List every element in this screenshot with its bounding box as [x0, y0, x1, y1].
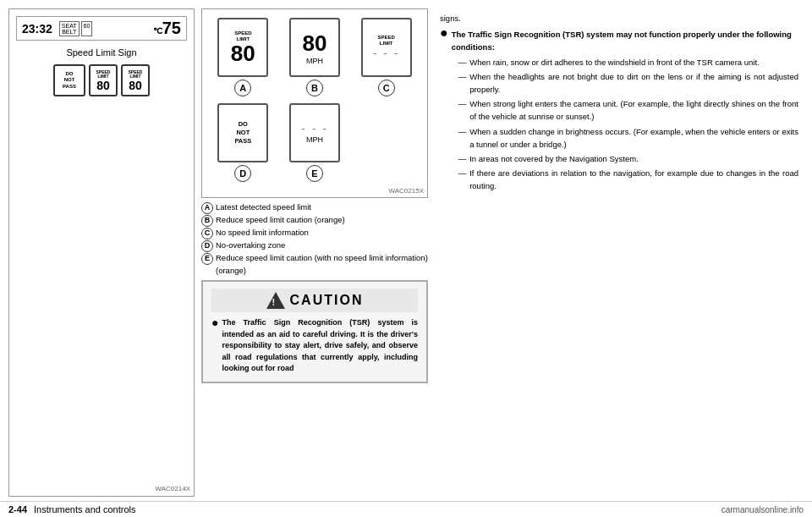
footer-url: carmanualsonline.info: [721, 505, 804, 514]
seat-belt-badge: SEAT BELT: [59, 21, 80, 36]
label-b: B: [306, 80, 323, 96]
middle-panel: SPEEDLIMIT 80 A 80 MPH B SPEEDLIMI: [201, 8, 428, 497]
tsr-main-text: The Traffic Sign Recognition (TSR) syste…: [452, 30, 792, 52]
caution-header: CAUTION: [211, 289, 418, 312]
label-e: E: [306, 165, 323, 182]
sign-d: DONOTPASS: [217, 103, 268, 162]
legend-section: A Latest detected speed limit B Reduce s…: [201, 201, 428, 277]
bullet-dot-icon: ●: [440, 26, 448, 194]
footer-section: Instruments and controls: [34, 504, 135, 514]
watermark-left: WAC0214X: [156, 485, 191, 492]
do-not-pass-sign-left: DONOTPASS: [53, 64, 85, 96]
footer: 2-44 Instruments and controls carmanuals…: [0, 501, 812, 517]
speed-limit-sign-80b: SPEEDLIMIT 80: [121, 64, 150, 96]
watermark-mid: WAC0215X: [389, 187, 425, 195]
right-panel: signs. ● The Traffic Sign Recognition (T…: [435, 8, 804, 497]
caution-bullet-text: The Traffic Sign Recognition (TSR) syste…: [222, 317, 418, 375]
sign-c: SPEEDLIMIT - - -: [361, 18, 412, 77]
diagram-item-b: 80 MPH B: [283, 18, 348, 96]
clock-bar: 23:32 SEAT BELT 60 ℃75: [16, 16, 187, 41]
sign-b: 80 MPH: [289, 18, 340, 77]
condition-3: — When strong light enters the camera un…: [458, 97, 798, 123]
condition-1: — When rain, snow or dirt adheres to the…: [458, 56, 798, 69]
legend-item-a: A Latest detected speed limit: [201, 201, 428, 214]
condition-2: — When the headlights are not bright due…: [458, 70, 798, 96]
condition-4: — When a sudden change in brightness occ…: [458, 125, 798, 151]
speed-display: ℃75: [153, 19, 181, 38]
diagram-item-e: - - - MPH E: [283, 103, 348, 182]
speed-badge: 60: [81, 21, 93, 36]
condition-5: — In areas not covered by the Navigation…: [458, 152, 798, 165]
sign-icons-row: DONOTPASS SPEEDLIMIT 80 SPEEDLIMIT 80: [53, 64, 150, 96]
sign-a: SPEEDLIMIT 80: [217, 18, 268, 77]
right-intro: signs.: [440, 12, 798, 25]
caution-title: CAUTION: [290, 293, 364, 308]
speed-limit-sign-label: Speed Limit Sign: [66, 47, 136, 58]
conditions-list: — When rain, snow or dirt adheres to the…: [458, 56, 798, 193]
diagram-item-d: DONOTPASS D: [211, 103, 276, 182]
sign-e: - - - MPH: [289, 103, 340, 162]
caution-bullet: ● The Traffic Sign Recognition (TSR) sys…: [211, 317, 418, 375]
label-c: C: [378, 80, 395, 96]
legend-item-b: B Reduce speed limit caution (orange): [201, 214, 428, 227]
right-bullet-item-1: ● The Traffic Sign Recognition (TSR) sys…: [440, 28, 798, 194]
condition-6: — If there are deviations in relation to…: [458, 167, 798, 192]
speed-limit-sign-80a: SPEEDLIMIT 80: [89, 64, 118, 96]
legend-item-c: C No speed limit information: [201, 227, 428, 239]
caution-triangle-icon: [266, 292, 285, 309]
clock-icons: SEAT BELT 60: [59, 21, 93, 36]
footer-page-num: 2-44: [8, 504, 27, 514]
diagram-item-a: SPEEDLIMIT 80 A: [211, 18, 276, 96]
diagram-box: SPEEDLIMIT 80 A 80 MPH B SPEEDLIMI: [201, 8, 428, 198]
caution-box: CAUTION ● The Traffic Sign Recognition (…: [201, 280, 428, 383]
label-a: A: [234, 80, 251, 96]
clock-time: 23:32: [22, 22, 52, 36]
left-diagram-panel: 23:32 SEAT BELT 60 ℃75 Speed Limit Sign …: [8, 8, 195, 497]
label-d: D: [234, 165, 251, 182]
diagram-grid: SPEEDLIMIT 80 A 80 MPH B SPEEDLIMI: [211, 18, 419, 182]
diagram-item-c: SPEEDLIMIT - - - C: [354, 18, 419, 96]
right-bullet-list: ● The Traffic Sign Recognition (TSR) sys…: [440, 28, 798, 194]
legend-item-d: D No-overtaking zone: [201, 239, 428, 252]
legend-item-e: E Reduce speed limit caution (with no sp…: [201, 252, 428, 277]
